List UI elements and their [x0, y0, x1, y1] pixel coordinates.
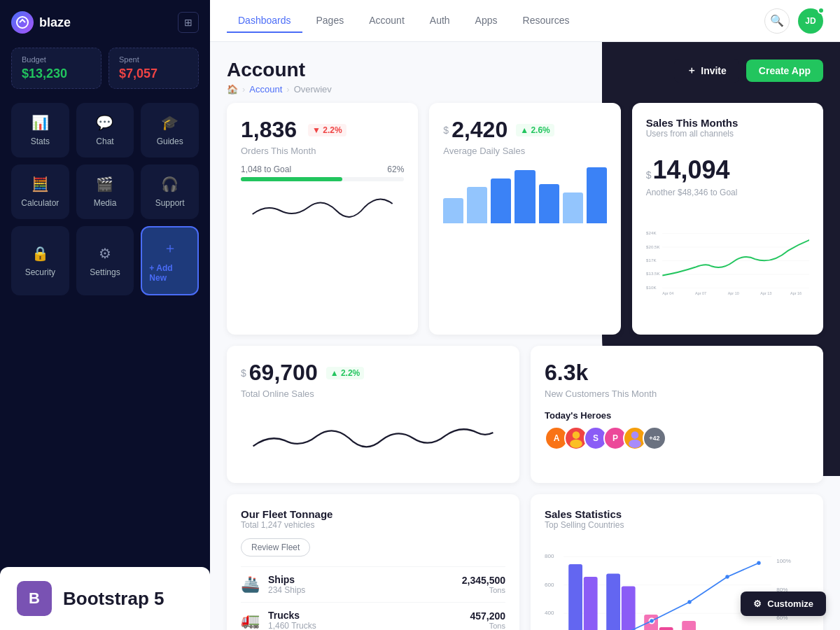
customize-label: Customize [767, 598, 813, 609]
svg-rect-33 [659, 627, 673, 630]
customers-value: 6.3k [545, 360, 809, 386]
svg-rect-34 [682, 621, 696, 630]
user-avatar[interactable]: JD [798, 8, 823, 34]
nav-link-resources[interactable]: Resources [512, 9, 581, 33]
support-icon: 🎧 [161, 176, 178, 192]
svg-point-16 [573, 431, 580, 439]
daily-sales-value: 2,420 [451, 117, 507, 143]
spent-card: Spent $7,057 [108, 48, 199, 89]
spent-value: $7,057 [119, 66, 188, 81]
progress-pct: 62% [387, 164, 404, 174]
online-sales-label: Total Online Sales [241, 388, 505, 399]
nav-link-apps[interactable]: Apps [464, 9, 509, 33]
online-sales-value: 69,700 [249, 360, 318, 386]
online-sales-wave [241, 410, 505, 466]
sidebar-item-label: Calculator [21, 198, 59, 208]
create-app-button[interactable]: Create App [746, 59, 823, 82]
orders-wave-chart [241, 190, 404, 225]
bar-6 [563, 192, 583, 223]
progress-fill [241, 177, 342, 181]
customers-label: New Customers This Month [545, 388, 809, 399]
sidebar-item-settings[interactable]: ⚙ Settings [76, 226, 134, 295]
online-badge [818, 7, 825, 14]
breadcrumb-account[interactable]: Account [249, 84, 282, 94]
progress-bar [241, 177, 404, 181]
sidebar-item-label: Media [94, 198, 117, 208]
sidebar-item-add-new[interactable]: ＋ + Add New [141, 226, 199, 295]
heroes-avatars: A S P +42 [545, 426, 809, 450]
hero-avatar-more: +42 [643, 426, 666, 450]
main-content: Dashboards Pages Account Auth Apps Resou… [210, 0, 840, 630]
online-sales-badge: ▲ 2.2% [326, 367, 365, 379]
logo-area: blaze [11, 11, 71, 34]
bar-2 [467, 187, 487, 223]
bootstrap-text: Bootstrap 5 [63, 588, 164, 610]
calculator-icon: 🧮 [31, 176, 49, 192]
sidebar-item-chat[interactable]: 💬 Chat [76, 103, 134, 158]
settings-icon: ⚙ [99, 245, 111, 262]
ships-icon: 🚢 [241, 575, 260, 594]
sidebar: blaze ⊞ Budget $13,230 Spent $7,057 📊 St… [0, 0, 210, 630]
sidebar-item-guides[interactable]: 🎓 Guides [141, 103, 199, 158]
customers-card: 6.3k New Customers This Month Today's He… [531, 346, 823, 483]
page-title: Account [227, 59, 332, 81]
top-nav-links: Dashboards Pages Account Auth Apps Resou… [227, 9, 580, 33]
sidebar-item-support[interactable]: 🎧 Support [141, 164, 199, 219]
heroes-section: Today's Heroes A S P +42 [545, 410, 809, 450]
daily-sales-label: Average Daily Sales [443, 146, 606, 156]
media-icon: 🎬 [96, 176, 113, 192]
svg-rect-29 [584, 577, 598, 630]
fleet-unit-trucks: Tons [470, 622, 505, 630]
security-icon: 🔒 [31, 245, 49, 262]
sales-prefix: $ [646, 169, 652, 181]
bar-5 [539, 184, 559, 223]
customize-icon: ⚙ [753, 598, 762, 609]
daily-sales-prefix: $ [443, 125, 449, 136]
svg-text:Apr 07: Apr 07 [695, 291, 706, 295]
svg-point-19 [629, 440, 641, 448]
sidebar-item-media[interactable]: 🎬 Media [76, 164, 134, 219]
nav-link-dashboards[interactable]: Dashboards [227, 9, 302, 33]
invite-label: Invite [701, 65, 727, 76]
page-actions: ＋ Invite Create App [674, 59, 823, 83]
page-header-left: Account 🏠 › Account › Overwiev [227, 59, 332, 94]
orders-badge: ▼ 2.2% [308, 124, 346, 136]
nav-grid: 📊 Stats 💬 Chat 🎓 Guides 🧮 Calculator 🎬 M… [11, 103, 199, 295]
online-sales-card: $ 69,700 ▲ 2.2% Total Online Sales [227, 346, 519, 483]
search-button[interactable]: 🔍 [764, 8, 790, 34]
spent-label: Spent [119, 55, 188, 64]
customize-button[interactable]: ⚙ Customize [741, 592, 826, 616]
guides-icon: 🎓 [161, 114, 178, 131]
svg-point-17 [570, 440, 582, 448]
invite-icon: ＋ [687, 64, 696, 77]
nav-link-account[interactable]: Account [358, 9, 416, 33]
sidebar-item-security[interactable]: 🔒 Security [11, 226, 69, 295]
svg-text:600: 600 [545, 582, 554, 588]
progress-section: 1,048 to Goal 62% [241, 164, 404, 181]
sidebar-item-stats[interactable]: 📊 Stats [11, 103, 69, 158]
heroes-label: Today's Heroes [545, 410, 809, 421]
breadcrumb-home[interactable]: 🏠 [227, 84, 238, 94]
svg-point-18 [631, 431, 639, 439]
budget-value: $13,230 [22, 66, 91, 81]
fleet-value-trucks: 457,200 Tons [470, 610, 505, 630]
sidebar-settings-button[interactable]: ⊞ [178, 12, 199, 33]
avatar-initials: JD [805, 16, 816, 26]
nav-link-pages[interactable]: Pages [305, 9, 356, 33]
sidebar-item-label: Security [25, 267, 55, 277]
bar-4 [514, 170, 535, 223]
review-fleet-button[interactable]: Review Fleet [241, 538, 310, 556]
nav-link-auth[interactable]: Auth [419, 9, 461, 33]
top-nav: Dashboards Pages Account Auth Apps Resou… [210, 0, 840, 42]
invite-button[interactable]: ＋ Invite [674, 59, 739, 83]
sidebar-item-label: Support [155, 198, 185, 208]
sidebar-item-calculator[interactable]: 🧮 Calculator [11, 164, 69, 219]
fleet-info-ships: Ships 234 Ships [268, 574, 454, 595]
sales-month-line-chart: $24K $20.5K $17K $13.5K $10K Apr 04 Apr … [646, 206, 809, 318]
svg-rect-28 [568, 564, 582, 630]
svg-text:$20.5K: $20.5K [646, 244, 661, 249]
svg-text:$17K: $17K [646, 258, 657, 262]
fleet-card: Our Fleet Tonnage Total 1,247 vehicles R… [227, 494, 519, 630]
sales-stats-title: Sales Statistics [545, 508, 809, 520]
bootstrap-icon: B [17, 581, 52, 616]
